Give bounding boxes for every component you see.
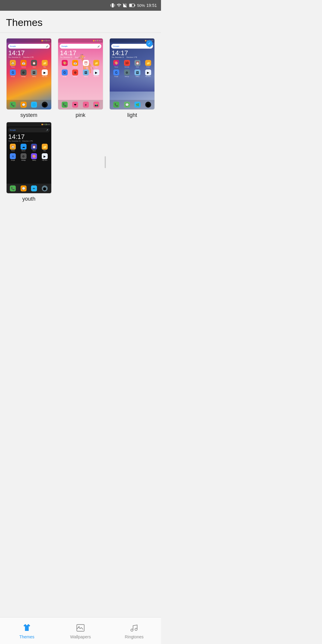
svg-rect-0 [112, 3, 114, 7]
page-title: Themes [6, 17, 155, 28]
time-text: 19:51 [146, 3, 157, 8]
page-content: Themes 📶 4G 🔋 14:17 Google 🎤 14:17 Thu, … [0, 11, 161, 236]
battery-text: 50% [137, 3, 145, 8]
header: Themes [0, 11, 161, 32]
svg-rect-4 [130, 4, 132, 7]
theme-label-youth: youth [22, 196, 35, 202]
theme-thumbnail-light: ✓ 📶 4G 🔋 14:17 Google 🎤 14:17 Thu, Decem… [109, 38, 155, 110]
themes-grid: 📶 4G 🔋 14:17 Google 🎤 14:17 Thu, Decembe… [0, 35, 161, 206]
theme-label-system: system [20, 112, 37, 118]
theme-item-light[interactable]: ✓ 📶 4G 🔋 14:17 Google 🎤 14:17 Thu, Decem… [106, 36, 158, 120]
svg-rect-5 [134, 4, 135, 6]
theme-thumbnail-pink: 📶 4G 🔋 14:17 Google 🎤 14:17 Thu, Decembe… [58, 38, 103, 110]
theme-label-light: light [127, 112, 137, 118]
svg-rect-1 [111, 4, 111, 7]
scroll-indicator [105, 156, 106, 168]
theme-thumbnail-system: 📶 4G 🔋 14:17 Google 🎤 14:17 Thu, Decembe… [6, 38, 52, 110]
svg-rect-2 [114, 4, 115, 7]
scroll-area [55, 120, 106, 204]
theme-label-pink: pink [75, 112, 85, 118]
theme-item-youth[interactable]: 📶 4G 🔋 14:17 Google 🎤 14:17 Thu, Decembe… [3, 120, 55, 204]
theme-thumbnail-youth: 📶 4G 🔋 14:17 Google 🎤 14:17 Thu, Decembe… [6, 122, 52, 193]
theme-item-pink[interactable]: 📶 4G 🔋 14:17 Google 🎤 14:17 Thu, Decembe… [55, 36, 106, 120]
status-bar: 50% 19:51 [0, 0, 161, 11]
status-icons: 50% 19:51 [110, 3, 157, 8]
divider [0, 32, 161, 33]
theme-item-system[interactable]: 📶 4G 🔋 14:17 Google 🎤 14:17 Thu, Decembe… [3, 36, 55, 120]
